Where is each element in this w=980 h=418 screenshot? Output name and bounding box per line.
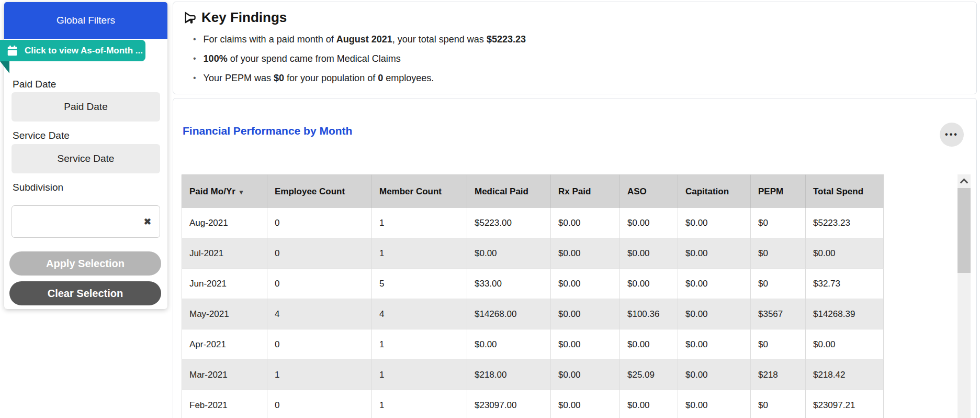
service-date-label: Service Date	[13, 130, 70, 141]
global-filters-header: Global Filters	[4, 2, 167, 39]
column-header-employee-count[interactable]: Employee Count	[267, 174, 372, 208]
scrollbar-thumb[interactable]	[958, 188, 971, 273]
apply-selection-label: Apply Selection	[46, 258, 125, 269]
table-cell: 1	[372, 208, 467, 238]
table-cell: $14268.39	[806, 299, 884, 329]
table-cell: $33.00	[467, 269, 551, 299]
apply-selection-button[interactable]: Apply Selection	[9, 251, 161, 276]
table-cell: $0.00	[551, 360, 620, 390]
service-date-button[interactable]: Service Date	[12, 144, 160, 173]
subdivision-combobox[interactable]: ✖	[12, 205, 160, 238]
key-findings-header: Key Findings	[183, 9, 976, 26]
table-cell: $0.00	[551, 208, 620, 238]
table-cell: $218.00	[467, 360, 551, 390]
table-cell: $0	[751, 269, 806, 299]
table-cell: $0.00	[678, 299, 751, 329]
key-finding-item: • Your PEPM was $0 for your population o…	[193, 72, 976, 84]
calendar-icon	[7, 45, 18, 56]
table-cell: $0.00	[678, 360, 751, 390]
key-findings-panel: Key Findings • For claims with a paid mo…	[173, 2, 977, 94]
table-cell: 1	[267, 360, 372, 390]
more-options-button[interactable]: •••	[940, 123, 964, 147]
column-header-paid-mo-yr[interactable]: Paid Mo/Yr▾	[182, 174, 267, 208]
table-cell: $0.00	[620, 329, 678, 360]
table-cell: $0.00	[551, 299, 620, 329]
table-cell: $0.00	[620, 390, 678, 418]
subdivision-label: Subdivision	[13, 182, 63, 193]
column-header-capitation[interactable]: Capitation	[678, 174, 751, 208]
column-header-aso[interactable]: ASO	[620, 174, 678, 208]
key-finding-text: Your PEPM was $0 for your population of …	[204, 72, 434, 84]
bullet-icon: •	[193, 72, 196, 84]
table-cell: Apr-2021	[182, 329, 267, 360]
table-cell: $32.73	[806, 269, 884, 299]
table-cell: Feb-2021	[182, 390, 267, 418]
table-cell: $23097.00	[467, 390, 551, 418]
as-of-month-callout-label: Click to view As-of-Month ...	[25, 46, 143, 56]
table-cell: $0.00	[551, 390, 620, 418]
table-cell: $0.00	[467, 238, 551, 269]
table-cell: May-2021	[182, 299, 267, 329]
table-cell: 5	[372, 269, 467, 299]
key-finding-item: • For claims with a paid month of August…	[193, 33, 976, 46]
table-cell: $0.00	[806, 329, 884, 360]
paid-date-label: Paid Date	[13, 79, 56, 90]
table-cell: 4	[372, 299, 467, 329]
table-cell: Jun-2021	[182, 269, 267, 299]
bullet-icon: •	[193, 33, 196, 46]
table-cell: 0	[267, 329, 372, 360]
table-cell: 1	[372, 238, 467, 269]
table-cell: 0	[267, 269, 372, 299]
table-cell: $0.00	[620, 269, 678, 299]
table-cell: $0.00	[620, 238, 678, 269]
column-header-total-spend[interactable]: Total Spend	[806, 174, 884, 208]
table-row: May-202144$14268.00$0.00$100.36$0.00$356…	[182, 299, 884, 329]
table-cell: $3567	[751, 299, 806, 329]
table-cell: 0	[267, 208, 372, 238]
bullet-icon: •	[193, 52, 196, 65]
table-cell: $5223.23	[806, 208, 884, 238]
dashboard-page: Global Filters Paid Date Paid Date Servi…	[0, 0, 980, 418]
subdivision-input[interactable]	[17, 209, 137, 234]
key-finding-text: For claims with a paid month of August 2…	[204, 33, 526, 46]
table-cell: $14268.00	[467, 299, 551, 329]
chevron-up-icon	[960, 178, 968, 186]
table-cell: $0.00	[467, 329, 551, 360]
clear-x-icon[interactable]: ✖	[144, 216, 151, 227]
table-cell: 4	[267, 299, 372, 329]
table-row: Aug-202101$5223.00$0.00$0.00$0.00$0$5223…	[182, 208, 884, 238]
table-cell: 1	[372, 360, 467, 390]
financial-performance-title: Financial Performance by Month	[183, 125, 352, 137]
global-filters-title: Global Filters	[57, 15, 115, 26]
clear-selection-button[interactable]: Clear Selection	[9, 281, 161, 305]
column-header-rx-paid[interactable]: Rx Paid	[551, 174, 620, 208]
table-cell: $23097.21	[806, 390, 884, 418]
column-header-pepm[interactable]: PEPM	[751, 174, 806, 208]
table-cell: $0.00	[551, 329, 620, 360]
clear-selection-label: Clear Selection	[48, 288, 123, 299]
column-header-medical-paid[interactable]: Medical Paid	[467, 174, 551, 208]
column-header-member-count[interactable]: Member Count	[372, 174, 467, 208]
table-row: Jul-202101$0.00$0.00$0.00$0.00$0$0.00	[182, 238, 884, 269]
table-cell: Aug-2021	[182, 208, 267, 238]
table-cell: $0.00	[620, 208, 678, 238]
key-finding-text: 100% of your spend came from Medical Cla…	[204, 52, 401, 65]
table-cell: $0.00	[678, 238, 751, 269]
scroll-up-button[interactable]	[958, 174, 971, 187]
key-finding-item: • 100% of your spend came from Medical C…	[193, 52, 976, 65]
table-scrollbar[interactable]	[958, 174, 971, 418]
table-cell: Mar-2021	[182, 360, 267, 390]
paid-date-button[interactable]: Paid Date	[12, 92, 160, 122]
table-row: Mar-202111$218.00$0.00$25.09$0.00$218$21…	[182, 360, 884, 390]
table-cell: $0	[751, 329, 806, 360]
table-cell: $0	[751, 390, 806, 418]
table-cell: $0.00	[678, 269, 751, 299]
paid-date-button-label: Paid Date	[64, 101, 107, 113]
megaphone-icon	[183, 10, 197, 25]
table-cell: 0	[267, 238, 372, 269]
table-cell: $0	[751, 208, 806, 238]
table-cell: $0.00	[551, 269, 620, 299]
as-of-month-callout[interactable]: Click to view As-of-Month ...	[0, 40, 145, 61]
table-cell: $0.00	[551, 238, 620, 269]
table-cell: $5223.00	[467, 208, 551, 238]
